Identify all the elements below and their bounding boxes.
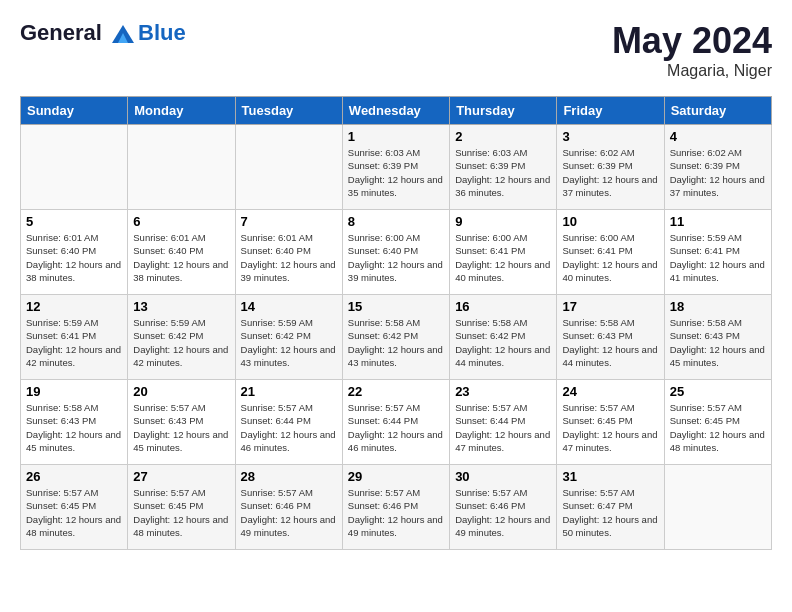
day-number: 30 [455, 469, 551, 484]
day-number: 25 [670, 384, 766, 399]
calendar-day-cell: 21Sunrise: 5:57 AMSunset: 6:44 PMDayligh… [235, 380, 342, 465]
calendar-day-cell: 17Sunrise: 5:58 AMSunset: 6:43 PMDayligh… [557, 295, 664, 380]
calendar-day-cell: 15Sunrise: 5:58 AMSunset: 6:42 PMDayligh… [342, 295, 449, 380]
calendar-day-cell: 29Sunrise: 5:57 AMSunset: 6:46 PMDayligh… [342, 465, 449, 550]
day-number: 24 [562, 384, 658, 399]
day-info: Sunrise: 5:58 AMSunset: 6:43 PMDaylight:… [26, 401, 122, 454]
calendar-day-cell: 1Sunrise: 6:03 AMSunset: 6:39 PMDaylight… [342, 125, 449, 210]
calendar-day-cell [128, 125, 235, 210]
day-number: 12 [26, 299, 122, 314]
weekday-header: Thursday [450, 97, 557, 125]
calendar-week-row: 19Sunrise: 5:58 AMSunset: 6:43 PMDayligh… [21, 380, 772, 465]
day-info: Sunrise: 5:59 AMSunset: 6:42 PMDaylight:… [241, 316, 337, 369]
calendar-day-cell: 31Sunrise: 5:57 AMSunset: 6:47 PMDayligh… [557, 465, 664, 550]
calendar-day-cell: 23Sunrise: 5:57 AMSunset: 6:44 PMDayligh… [450, 380, 557, 465]
calendar-day-cell: 3Sunrise: 6:02 AMSunset: 6:39 PMDaylight… [557, 125, 664, 210]
day-info: Sunrise: 6:03 AMSunset: 6:39 PMDaylight:… [455, 146, 551, 199]
calendar-week-row: 5Sunrise: 6:01 AMSunset: 6:40 PMDaylight… [21, 210, 772, 295]
day-number: 7 [241, 214, 337, 229]
calendar-day-cell: 19Sunrise: 5:58 AMSunset: 6:43 PMDayligh… [21, 380, 128, 465]
day-info: Sunrise: 5:57 AMSunset: 6:46 PMDaylight:… [455, 486, 551, 539]
calendar-day-cell [664, 465, 771, 550]
day-info: Sunrise: 6:01 AMSunset: 6:40 PMDaylight:… [241, 231, 337, 284]
calendar-day-cell: 10Sunrise: 6:00 AMSunset: 6:41 PMDayligh… [557, 210, 664, 295]
calendar-day-cell: 11Sunrise: 5:59 AMSunset: 6:41 PMDayligh… [664, 210, 771, 295]
logo-general: General [20, 20, 102, 45]
calendar-day-cell: 18Sunrise: 5:58 AMSunset: 6:43 PMDayligh… [664, 295, 771, 380]
day-info: Sunrise: 6:00 AMSunset: 6:41 PMDaylight:… [562, 231, 658, 284]
calendar-day-cell: 16Sunrise: 5:58 AMSunset: 6:42 PMDayligh… [450, 295, 557, 380]
page-header: General Blue May 2024 Magaria, Niger [20, 20, 772, 80]
calendar-day-cell: 12Sunrise: 5:59 AMSunset: 6:41 PMDayligh… [21, 295, 128, 380]
calendar-week-row: 26Sunrise: 5:57 AMSunset: 6:45 PMDayligh… [21, 465, 772, 550]
day-info: Sunrise: 5:58 AMSunset: 6:43 PMDaylight:… [670, 316, 766, 369]
day-number: 17 [562, 299, 658, 314]
calendar-week-row: 12Sunrise: 5:59 AMSunset: 6:41 PMDayligh… [21, 295, 772, 380]
day-number: 28 [241, 469, 337, 484]
day-info: Sunrise: 5:58 AMSunset: 6:42 PMDaylight:… [455, 316, 551, 369]
day-number: 14 [241, 299, 337, 314]
day-number: 2 [455, 129, 551, 144]
calendar-day-cell: 8Sunrise: 6:00 AMSunset: 6:40 PMDaylight… [342, 210, 449, 295]
day-info: Sunrise: 5:57 AMSunset: 6:43 PMDaylight:… [133, 401, 229, 454]
day-info: Sunrise: 6:01 AMSunset: 6:40 PMDaylight:… [26, 231, 122, 284]
day-info: Sunrise: 5:57 AMSunset: 6:45 PMDaylight:… [26, 486, 122, 539]
day-info: Sunrise: 6:01 AMSunset: 6:40 PMDaylight:… [133, 231, 229, 284]
day-number: 31 [562, 469, 658, 484]
day-info: Sunrise: 5:57 AMSunset: 6:44 PMDaylight:… [348, 401, 444, 454]
day-info: Sunrise: 5:59 AMSunset: 6:41 PMDaylight:… [670, 231, 766, 284]
weekday-header: Monday [128, 97, 235, 125]
calendar-day-cell: 22Sunrise: 5:57 AMSunset: 6:44 PMDayligh… [342, 380, 449, 465]
weekday-header-row: SundayMondayTuesdayWednesdayThursdayFrid… [21, 97, 772, 125]
calendar-day-cell [235, 125, 342, 210]
day-number: 9 [455, 214, 551, 229]
weekday-header: Tuesday [235, 97, 342, 125]
day-info: Sunrise: 5:57 AMSunset: 6:44 PMDaylight:… [241, 401, 337, 454]
calendar-day-cell: 20Sunrise: 5:57 AMSunset: 6:43 PMDayligh… [128, 380, 235, 465]
day-number: 1 [348, 129, 444, 144]
calendar-day-cell [21, 125, 128, 210]
day-number: 4 [670, 129, 766, 144]
day-number: 19 [26, 384, 122, 399]
day-number: 3 [562, 129, 658, 144]
day-number: 13 [133, 299, 229, 314]
day-info: Sunrise: 6:00 AMSunset: 6:40 PMDaylight:… [348, 231, 444, 284]
calendar-day-cell: 26Sunrise: 5:57 AMSunset: 6:45 PMDayligh… [21, 465, 128, 550]
day-number: 21 [241, 384, 337, 399]
calendar-day-cell: 30Sunrise: 5:57 AMSunset: 6:46 PMDayligh… [450, 465, 557, 550]
logo: General Blue [20, 20, 186, 46]
day-number: 5 [26, 214, 122, 229]
day-info: Sunrise: 5:58 AMSunset: 6:43 PMDaylight:… [562, 316, 658, 369]
calendar-week-row: 1Sunrise: 6:03 AMSunset: 6:39 PMDaylight… [21, 125, 772, 210]
day-number: 15 [348, 299, 444, 314]
calendar-day-cell: 5Sunrise: 6:01 AMSunset: 6:40 PMDaylight… [21, 210, 128, 295]
day-number: 16 [455, 299, 551, 314]
day-number: 22 [348, 384, 444, 399]
calendar-table: SundayMondayTuesdayWednesdayThursdayFrid… [20, 96, 772, 550]
day-info: Sunrise: 5:57 AMSunset: 6:45 PMDaylight:… [670, 401, 766, 454]
title-block: May 2024 Magaria, Niger [612, 20, 772, 80]
day-info: Sunrise: 6:02 AMSunset: 6:39 PMDaylight:… [670, 146, 766, 199]
calendar-day-cell: 7Sunrise: 6:01 AMSunset: 6:40 PMDaylight… [235, 210, 342, 295]
calendar-day-cell: 27Sunrise: 5:57 AMSunset: 6:45 PMDayligh… [128, 465, 235, 550]
day-number: 26 [26, 469, 122, 484]
day-number: 8 [348, 214, 444, 229]
calendar-day-cell: 13Sunrise: 5:59 AMSunset: 6:42 PMDayligh… [128, 295, 235, 380]
logo-icon [110, 23, 136, 45]
day-info: Sunrise: 5:57 AMSunset: 6:46 PMDaylight:… [241, 486, 337, 539]
day-info: Sunrise: 5:58 AMSunset: 6:42 PMDaylight:… [348, 316, 444, 369]
day-number: 18 [670, 299, 766, 314]
weekday-header: Sunday [21, 97, 128, 125]
day-number: 23 [455, 384, 551, 399]
day-number: 11 [670, 214, 766, 229]
calendar-day-cell: 2Sunrise: 6:03 AMSunset: 6:39 PMDaylight… [450, 125, 557, 210]
day-number: 29 [348, 469, 444, 484]
weekday-header: Friday [557, 97, 664, 125]
month-year-title: May 2024 [612, 20, 772, 62]
weekday-header: Saturday [664, 97, 771, 125]
calendar-day-cell: 14Sunrise: 5:59 AMSunset: 6:42 PMDayligh… [235, 295, 342, 380]
day-info: Sunrise: 5:57 AMSunset: 6:44 PMDaylight:… [455, 401, 551, 454]
day-info: Sunrise: 5:57 AMSunset: 6:45 PMDaylight:… [133, 486, 229, 539]
logo-blue: Blue [138, 20, 186, 46]
day-info: Sunrise: 5:59 AMSunset: 6:42 PMDaylight:… [133, 316, 229, 369]
